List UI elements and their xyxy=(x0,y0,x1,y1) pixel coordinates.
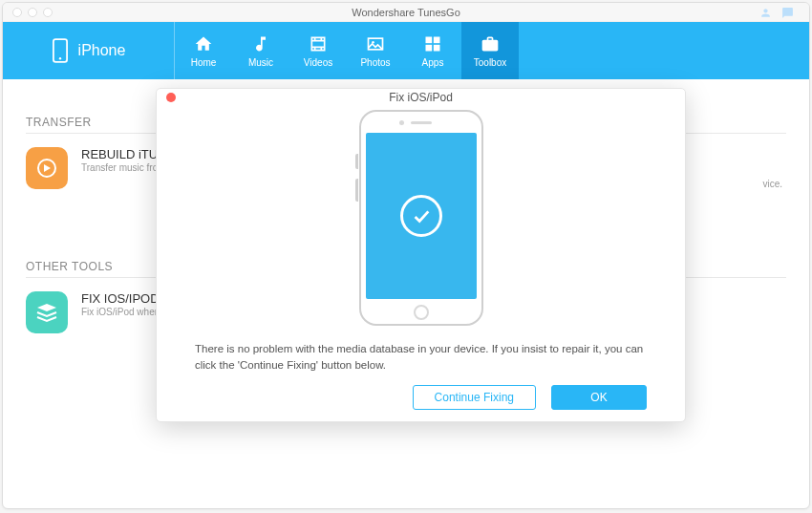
card-sub-trail: vice. xyxy=(762,179,782,189)
user-icon[interactable] xyxy=(759,6,772,23)
traffic-light-zoom[interactable] xyxy=(43,8,53,17)
device-name: iPhone xyxy=(78,42,126,59)
modal-title: Fix iOS/iPod xyxy=(389,91,453,104)
toolbox-icon xyxy=(480,34,501,53)
device-selector[interactable]: iPhone xyxy=(3,22,175,79)
svg-rect-7 xyxy=(434,44,440,51)
tab-home[interactable]: Home xyxy=(175,22,232,79)
tab-photos[interactable]: Photos xyxy=(347,22,404,79)
home-icon xyxy=(193,34,214,53)
ok-button[interactable]: OK xyxy=(551,385,647,410)
app-title: Wondershare TunesGo xyxy=(352,7,460,18)
modal-body: There is no problem with the media datab… xyxy=(157,106,685,422)
modal-close-button[interactable] xyxy=(166,93,176,102)
nav-tabs: Home Music Videos Photos Apps Toolbox xyxy=(175,22,519,79)
traffic-light-minimize[interactable] xyxy=(28,8,37,17)
svg-rect-4 xyxy=(426,36,433,43)
continue-fixing-button[interactable]: Continue Fixing xyxy=(413,385,536,410)
titlebar: Wondershare TunesGo xyxy=(3,3,809,22)
svg-rect-5 xyxy=(434,36,440,43)
modal-message: There is no problem with the media datab… xyxy=(195,341,647,374)
videos-icon xyxy=(308,34,329,53)
tab-apps[interactable]: Apps xyxy=(404,22,461,79)
feedback-icon[interactable] xyxy=(781,6,794,23)
fix-ios-modal: Fix iOS/iPod There is no problem with th… xyxy=(156,88,686,422)
window-controls xyxy=(12,8,53,17)
tab-videos[interactable]: Videos xyxy=(289,22,347,79)
fix-ios-icon xyxy=(26,291,68,333)
phone-illustration xyxy=(359,110,483,326)
rebuild-icon xyxy=(26,147,68,189)
app-window: Wondershare TunesGo iPhone Home Music Vi… xyxy=(2,2,810,509)
header-bar: iPhone Home Music Videos Photos Apps xyxy=(3,22,809,79)
phone-icon xyxy=(52,38,69,63)
apps-icon xyxy=(422,34,443,53)
check-icon xyxy=(400,195,442,237)
modal-titlebar: Fix iOS/iPod xyxy=(157,89,685,106)
svg-rect-6 xyxy=(426,44,433,51)
tab-toolbox[interactable]: Toolbox xyxy=(461,22,519,79)
music-icon xyxy=(250,34,271,53)
tab-music[interactable]: Music xyxy=(232,22,289,79)
traffic-light-close[interactable] xyxy=(12,8,22,17)
photos-icon xyxy=(365,34,386,53)
svg-point-1 xyxy=(58,57,60,59)
modal-buttons: Continue Fixing OK xyxy=(195,385,647,410)
